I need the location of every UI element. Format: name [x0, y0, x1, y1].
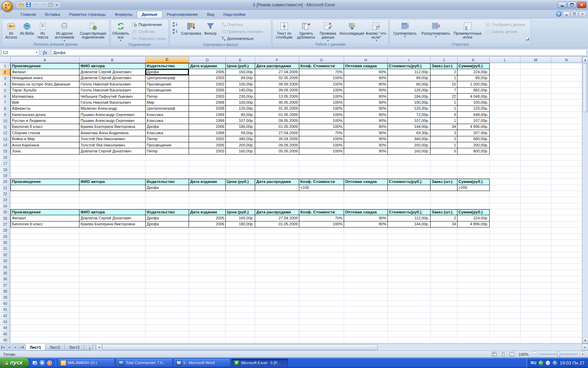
- cell-K7[interactable]: 100,00р.: [457, 100, 490, 105]
- cell-M32[interactable]: [520, 252, 551, 258]
- cell-B35[interactable]: [79, 270, 146, 276]
- row-header-28[interactable]: 28: [0, 227, 10, 233]
- sheet-tab-2[interactable]: Лист2: [45, 344, 65, 350]
- cell-K30[interactable]: [457, 240, 490, 246]
- cell-B15[interactable]: Довлатов Сергей Донатович: [79, 148, 146, 154]
- cell-A15[interactable]: Зона: [10, 148, 79, 154]
- cell-L29[interactable]: [490, 234, 520, 240]
- normal-view-button[interactable]: [491, 352, 498, 357]
- cell-D20[interactable]: Дата издания: [189, 179, 226, 185]
- cell-E21[interactable]: [226, 185, 255, 191]
- cell-J39[interactable]: [430, 294, 457, 300]
- cell-K10[interactable]: 107,00р.: [457, 118, 490, 124]
- cell-H23[interactable]: [344, 197, 388, 203]
- cell-H33[interactable]: [344, 258, 388, 264]
- cell-H38[interactable]: [344, 288, 388, 294]
- cell-L44[interactable]: [490, 325, 520, 331]
- row-header-4[interactable]: 4: [0, 81, 10, 87]
- cell-D21[interactable]: [189, 185, 226, 191]
- cell-K22[interactable]: [457, 191, 490, 197]
- cell-H12[interactable]: 90%: [344, 130, 388, 136]
- cell-E42[interactable]: [226, 313, 255, 319]
- cell-L24[interactable]: [490, 203, 520, 209]
- row-header-8[interactable]: 8: [0, 106, 10, 112]
- cell-K18[interactable]: [457, 166, 490, 172]
- cell-D8[interactable]: 2008: [189, 106, 226, 112]
- cell-C23[interactable]: [146, 197, 189, 203]
- row-header-21[interactable]: 21: [0, 185, 10, 191]
- cell-B2[interactable]: Довлатов Сергей Донатович: [79, 69, 146, 75]
- cell-H19[interactable]: [344, 173, 388, 179]
- cell-C26[interactable]: Дрофа: [146, 215, 189, 221]
- cell-M27[interactable]: [520, 222, 551, 227]
- what-if-analysis-button[interactable]: ?? Анализ "что-если" ▾: [365, 20, 387, 42]
- cell-A39[interactable]: [10, 294, 79, 300]
- cell-C28[interactable]: [146, 227, 189, 233]
- cell-N22[interactable]: [551, 191, 582, 197]
- cell-H26[interactable]: 90%: [344, 215, 388, 221]
- cell-L22[interactable]: [490, 191, 520, 197]
- cell-G36[interactable]: [299, 276, 344, 282]
- cell-E38[interactable]: [226, 288, 255, 294]
- cell-L32[interactable]: [490, 252, 520, 258]
- connections-button[interactable]: Подключения: [130, 21, 167, 28]
- cell-H36[interactable]: [344, 276, 388, 282]
- cell-B40[interactable]: [79, 301, 146, 307]
- cell-K41[interactable]: [457, 307, 490, 313]
- cell-B26[interactable]: Довлатов Сергей Донатович: [79, 215, 146, 221]
- qat-customize-dropdown-icon[interactable]: ▾: [55, 2, 59, 8]
- cell-N8[interactable]: [551, 106, 582, 112]
- cell-K26[interactable]: 224,00р.: [457, 215, 490, 221]
- cell-B29[interactable]: [79, 234, 146, 240]
- cell-F33[interactable]: [255, 258, 299, 264]
- cell-N1[interactable]: [551, 63, 582, 69]
- cell-K42[interactable]: [457, 313, 490, 319]
- cell-D35[interactable]: [189, 270, 226, 276]
- cell-H6[interactable]: 80%: [344, 94, 388, 100]
- cell-E44[interactable]: [226, 325, 255, 331]
- cell-I13[interactable]: 340,00р.: [388, 136, 430, 142]
- cell-L30[interactable]: [490, 240, 520, 246]
- cell-K8[interactable]: 120,00р.: [457, 106, 490, 112]
- formula-input[interactable]: Дрофа: [51, 49, 587, 56]
- cell-A21[interactable]: [10, 185, 79, 191]
- cell-J26[interactable]: 2: [430, 215, 457, 221]
- cell-M18[interactable]: [520, 166, 551, 172]
- cell-M28[interactable]: [520, 227, 551, 233]
- cell-E19[interactable]: [226, 173, 255, 179]
- cell-B34[interactable]: [79, 264, 146, 270]
- cell-I28[interactable]: [388, 227, 430, 233]
- cell-N21[interactable]: [551, 185, 582, 191]
- cell-G34[interactable]: [299, 264, 344, 270]
- row-header-35[interactable]: 35: [0, 270, 10, 276]
- scroll-left-icon[interactable]: ◄: [96, 344, 102, 350]
- cell-M20[interactable]: [520, 179, 551, 185]
- existing-connections-button[interactable]: Существующие подключения: [78, 20, 108, 42]
- cell-D9[interactable]: 1999: [189, 112, 226, 118]
- previous-sheet-icon[interactable]: ◄: [6, 344, 13, 350]
- row-header-32[interactable]: 32: [0, 252, 10, 258]
- cell-G22[interactable]: [299, 191, 344, 197]
- cell-K13[interactable]: 680,00р.: [457, 136, 490, 142]
- cell-M25[interactable]: [520, 209, 551, 215]
- cell-D37[interactable]: [189, 282, 226, 288]
- cell-G26[interactable]: 70%: [299, 215, 344, 221]
- cell-A37[interactable]: [10, 282, 79, 288]
- cell-B17[interactable]: [79, 161, 146, 166]
- cell-L27[interactable]: [490, 222, 520, 227]
- cell-G12[interactable]: 70%: [299, 130, 344, 136]
- cell-C15[interactable]: Питер: [146, 148, 189, 154]
- cell-D12[interactable]: 1999: [189, 130, 226, 136]
- cell-E18[interactable]: [226, 166, 255, 172]
- row-header-43[interactable]: 43: [0, 319, 10, 325]
- cell-J32[interactable]: [430, 252, 457, 258]
- select-all-corner[interactable]: [0, 57, 10, 63]
- cell-M30[interactable]: [520, 240, 551, 246]
- cell-A19[interactable]: [10, 173, 79, 179]
- cell-N5[interactable]: [551, 88, 582, 94]
- cell-D34[interactable]: [189, 264, 226, 270]
- cell-C42[interactable]: [146, 313, 189, 319]
- row-header-22[interactable]: 22: [0, 191, 10, 197]
- cell-E45[interactable]: [226, 331, 255, 337]
- cell-L26[interactable]: [490, 215, 520, 221]
